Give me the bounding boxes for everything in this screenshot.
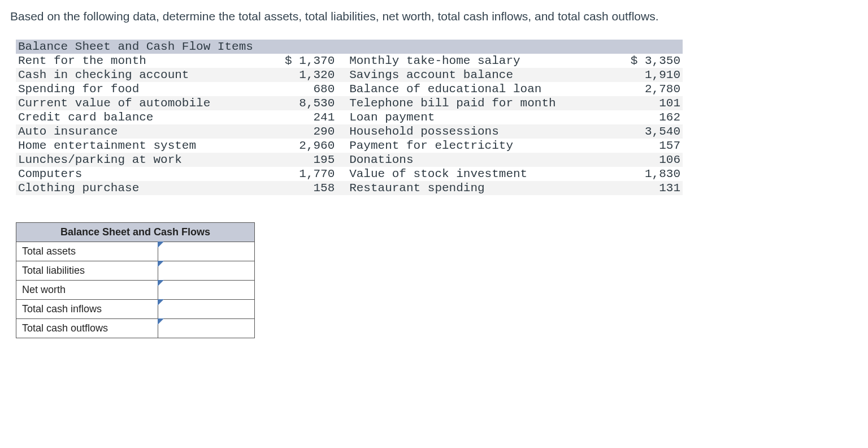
data-right-value: 157 (612, 139, 683, 153)
data-left-value: $ 1,370 (266, 54, 337, 68)
data-right-label: Telephone bill paid for month (347, 96, 612, 110)
gap (337, 110, 347, 124)
data-right-label: Value of stock investment (347, 167, 612, 181)
gap (337, 139, 347, 153)
data-row: Current value of automobile8,530Telephon… (16, 96, 683, 110)
data-right-label: Balance of educational loan (347, 82, 612, 96)
data-row: Lunches/parking at work195Donations106 (16, 153, 683, 167)
data-left-label: Auto insurance (16, 124, 266, 139)
data-right-value: 101 (612, 96, 683, 110)
answer-row: Net worth (16, 281, 255, 300)
data-row: Auto insurance290Household possessions3,… (16, 124, 683, 139)
question-text: Based on the following data, determine t… (10, 8, 858, 25)
data-right-value: 3,540 (612, 124, 683, 139)
answer-input[interactable] (158, 320, 254, 337)
input-marker-icon (158, 261, 164, 267)
data-left-label: Lunches/parking at work (16, 153, 266, 167)
data-row: Credit card balance241Loan payment162 (16, 110, 683, 124)
data-row: Home entertainment system2,960Payment fo… (16, 139, 683, 153)
data-left-value: 2,960 (266, 139, 337, 153)
data-row: Computers1,770Value of stock investment1… (16, 167, 683, 181)
data-right-label: Monthly take-home salary (347, 54, 612, 68)
answer-table-header: Balance Sheet and Cash Flows (16, 223, 255, 242)
answer-input-cell[interactable] (158, 261, 255, 281)
answer-label: Total cash inflows (16, 300, 158, 319)
data-left-label: Home entertainment system (16, 139, 266, 153)
data-right-value: 106 (612, 153, 683, 167)
data-right-value: 1,910 (612, 68, 683, 82)
answer-label: Net worth (16, 281, 158, 300)
data-row: Cash in checking account1,320Savings acc… (16, 68, 683, 82)
data-left-label: Computers (16, 167, 266, 181)
data-left-value: 195 (266, 153, 337, 167)
data-left-label: Credit card balance (16, 110, 266, 124)
answer-input[interactable] (158, 282, 254, 299)
data-table-header-row: Balance Sheet and Cash Flow Items (16, 40, 683, 54)
data-right-value: 162 (612, 110, 683, 124)
gap (337, 181, 347, 195)
data-left-value: 1,770 (266, 167, 337, 181)
answer-label: Total cash outflows (16, 319, 158, 338)
data-right-value: $ 3,350 (612, 54, 683, 68)
data-left-value: 290 (266, 124, 337, 139)
data-left-value: 680 (266, 82, 337, 96)
answer-input[interactable] (158, 262, 254, 279)
input-marker-icon (158, 318, 164, 325)
answer-row: Total liabilities (16, 261, 255, 281)
gap (337, 167, 347, 181)
answer-input[interactable] (158, 243, 254, 260)
data-right-label: Loan payment (347, 110, 612, 124)
input-marker-icon (158, 299, 164, 305)
data-right-value: 1,830 (612, 167, 683, 181)
data-left-label: Clothing purchase (16, 181, 266, 195)
answer-label: Total liabilities (16, 261, 158, 281)
gap (337, 153, 347, 167)
answer-input-cell[interactable] (158, 242, 255, 261)
data-right-value: 2,780 (612, 82, 683, 96)
answer-label: Total assets (16, 242, 158, 261)
data-left-value: 1,320 (266, 68, 337, 82)
data-table-header: Balance Sheet and Cash Flow Items (16, 40, 683, 54)
data-right-label: Household possessions (347, 124, 612, 139)
data-left-label: Rent for the month (16, 54, 266, 68)
data-left-value: 158 (266, 181, 337, 195)
answer-input-cell[interactable] (158, 281, 255, 300)
gap (337, 124, 347, 139)
answer-row: Total cash outflows (16, 319, 255, 338)
answer-table-header-row: Balance Sheet and Cash Flows (16, 223, 255, 242)
answer-input[interactable] (158, 301, 254, 318)
answer-table: Balance Sheet and Cash Flows Total asset… (16, 222, 255, 338)
data-row: Clothing purchase158Restaurant spending1… (16, 181, 683, 195)
input-marker-icon (158, 242, 164, 248)
data-left-label: Cash in checking account (16, 68, 266, 82)
gap (337, 54, 347, 68)
data-left-value: 241 (266, 110, 337, 124)
data-left-label: Current value of automobile (16, 96, 266, 110)
answer-row: Total cash inflows (16, 300, 255, 319)
input-marker-icon (158, 280, 164, 286)
gap (337, 96, 347, 110)
data-left-value: 8,530 (266, 96, 337, 110)
gap (337, 82, 347, 96)
balance-sheet-data-table: Balance Sheet and Cash Flow Items Rent f… (16, 40, 683, 195)
data-right-label: Donations (347, 153, 612, 167)
answer-row: Total assets (16, 242, 255, 261)
data-row: Rent for the month$ 1,370Monthly take-ho… (16, 54, 683, 68)
gap (337, 68, 347, 82)
data-right-label: Payment for electricity (347, 139, 612, 153)
data-right-value: 131 (612, 181, 683, 195)
answer-input-cell[interactable] (158, 319, 255, 338)
data-left-label: Spending for food (16, 82, 266, 96)
data-row: Spending for food680Balance of education… (16, 82, 683, 96)
answer-input-cell[interactable] (158, 300, 255, 319)
data-right-label: Restaurant spending (347, 181, 612, 195)
data-right-label: Savings account balance (347, 68, 612, 82)
